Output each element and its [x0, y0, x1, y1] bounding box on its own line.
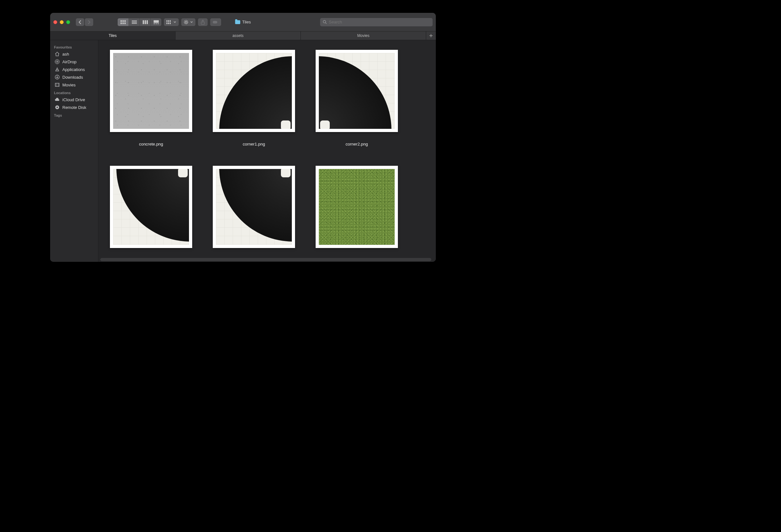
- sidebar-item-remote-disk[interactable]: Remote Disk: [53, 104, 98, 111]
- sidebar-item-applications[interactable]: Applications: [53, 66, 98, 73]
- chevron-down-icon: [173, 21, 176, 23]
- thumbnail: [316, 166, 398, 248]
- svg-rect-5: [124, 23, 126, 24]
- svg-point-22: [185, 21, 187, 23]
- nav-buttons: [76, 18, 93, 26]
- chevron-down-icon: [190, 21, 193, 23]
- search-icon: [323, 20, 327, 24]
- sidebar-item-icloud[interactable]: iCloud Drive: [53, 96, 98, 103]
- sidebar-item-label: Remote Disk: [63, 105, 86, 110]
- horizontal-scrollbar[interactable]: [100, 258, 431, 261]
- action-menu-button[interactable]: [181, 18, 195, 26]
- sidebar-item-label: Movies: [63, 83, 76, 87]
- share-icon: [201, 19, 205, 25]
- sidebar-item-home[interactable]: ash: [53, 50, 98, 57]
- svg-point-35: [56, 61, 58, 62]
- icon-grid: concrete.png corner1.png: [98, 40, 436, 262]
- sidebar-item-label: AirDrop: [63, 59, 77, 64]
- tab-movies[interactable]: Movies: [301, 32, 426, 40]
- svg-rect-16: [166, 20, 167, 22]
- close-window-button[interactable]: [53, 20, 57, 24]
- svg-rect-8: [132, 23, 137, 24]
- plus-icon: [429, 34, 433, 38]
- applications-icon: [55, 67, 60, 72]
- file-item[interactable]: corner2.png: [316, 50, 398, 146]
- tags-button[interactable]: [210, 18, 221, 26]
- file-item[interactable]: concrete.png: [110, 50, 192, 146]
- fullscreen-window-button[interactable]: [66, 20, 70, 24]
- tab-label: assets: [232, 33, 244, 38]
- svg-line-28: [187, 23, 188, 24]
- search-field[interactable]: [320, 18, 433, 26]
- sidebar-header-tags: Tags: [53, 112, 98, 118]
- sidebar-header-locations: Locations: [53, 89, 98, 95]
- view-list-button[interactable]: [129, 18, 139, 26]
- forward-button[interactable]: [85, 18, 93, 26]
- content-area[interactable]: concrete.png corner1.png: [98, 40, 436, 262]
- sidebar: Favourites ash AirDrop Applications Down…: [50, 40, 98, 262]
- svg-rect-12: [154, 20, 159, 23]
- minimize-window-button[interactable]: [60, 20, 64, 24]
- file-name: concrete.png: [139, 142, 163, 146]
- view-mode-segment: [118, 18, 161, 26]
- search-input[interactable]: [329, 19, 430, 25]
- share-button[interactable]: [198, 18, 208, 26]
- thumbnail: [213, 166, 295, 248]
- arrange-menu-button[interactable]: [164, 18, 179, 26]
- file-name: corner1.png: [243, 142, 265, 146]
- sidebar-item-downloads[interactable]: Downloads: [53, 74, 98, 81]
- thumbnail: [110, 166, 192, 248]
- home-icon: [55, 51, 60, 56]
- file-item[interactable]: [213, 166, 295, 258]
- movies-icon: [55, 82, 60, 87]
- window-title: Tiles: [235, 19, 251, 25]
- svg-rect-0: [121, 20, 122, 22]
- tab-assets[interactable]: assets: [175, 32, 301, 40]
- svg-line-29: [184, 23, 185, 24]
- svg-rect-17: [168, 20, 169, 22]
- gallery-icon: [154, 20, 159, 24]
- chevron-left-icon: [78, 20, 82, 24]
- tab-tiles[interactable]: Tiles: [50, 32, 175, 40]
- tab-label: Movies: [357, 33, 369, 38]
- svg-line-27: [184, 20, 185, 21]
- arrange-icon: [166, 20, 172, 24]
- file-item[interactable]: [316, 166, 398, 258]
- sidebar-item-label: Downloads: [63, 75, 83, 80]
- tab-bar: Tiles assets Movies: [50, 32, 436, 40]
- cloud-icon: [55, 97, 60, 102]
- sidebar-item-movies[interactable]: Movies: [53, 81, 98, 88]
- corner-texture: [216, 53, 292, 129]
- corner-texture: [319, 53, 395, 129]
- chevron-right-icon: [87, 20, 91, 24]
- window-body: Favourites ash AirDrop Applications Down…: [50, 40, 436, 262]
- grass-texture: [319, 169, 395, 245]
- thumbnail: [213, 50, 295, 132]
- new-tab-button[interactable]: [426, 32, 436, 40]
- sidebar-item-airdrop[interactable]: AirDrop: [53, 58, 98, 65]
- file-item[interactable]: corner1.png: [213, 50, 295, 146]
- svg-rect-6: [132, 20, 137, 21]
- thumbnail: [316, 50, 398, 132]
- file-item[interactable]: [110, 166, 192, 258]
- svg-rect-21: [170, 23, 171, 24]
- view-icon-button[interactable]: [118, 18, 129, 26]
- view-column-button[interactable]: [139, 18, 151, 26]
- disk-icon: [55, 105, 60, 110]
- tag-icon: [213, 20, 218, 24]
- svg-rect-15: [158, 24, 159, 24]
- sidebar-item-label: iCloud Drive: [63, 97, 85, 102]
- downloads-icon: [55, 75, 60, 80]
- titlebar: Tiles: [50, 13, 436, 32]
- svg-rect-32: [213, 21, 217, 24]
- svg-rect-13: [154, 24, 155, 24]
- svg-line-30: [187, 20, 188, 21]
- gear-icon: [184, 20, 188, 25]
- sidebar-header-favourites: Favourites: [53, 43, 98, 50]
- svg-rect-10: [145, 20, 146, 24]
- view-gallery-button[interactable]: [151, 18, 161, 26]
- thumbnail: [110, 50, 192, 132]
- airdrop-icon: [55, 59, 60, 64]
- svg-rect-18: [170, 20, 171, 22]
- back-button[interactable]: [76, 18, 84, 26]
